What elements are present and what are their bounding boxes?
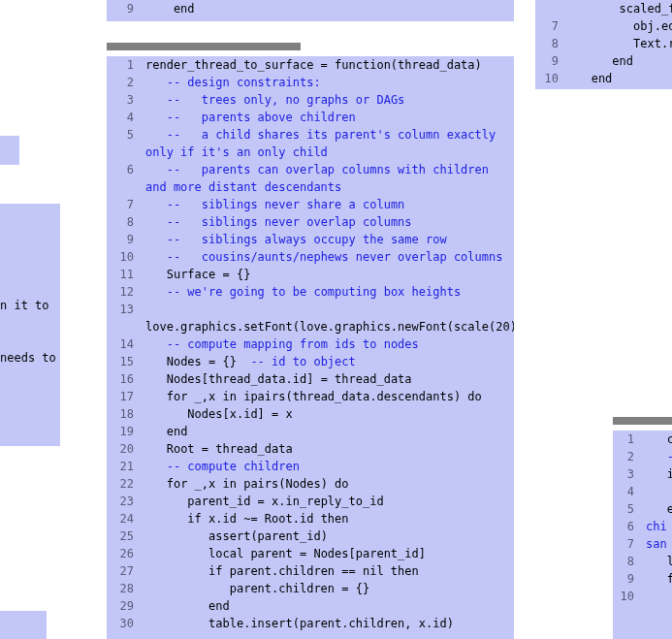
fragment-pane-1: [0, 136, 19, 165]
code-line[interactable]: 24 if x.id ~= Root.id then: [107, 510, 514, 527]
code-line[interactable]: 6 -- parents can overlap columns with ch…: [107, 161, 514, 196]
code-text: -- a child shares its parent's column ex…: [145, 126, 510, 161]
line-number: 23: [111, 493, 145, 510]
code-text: end: [570, 52, 633, 70]
code-line[interactable]: 19 end: [107, 423, 514, 440]
code-line[interactable]: scaled_fontsize: [535, 0, 672, 17]
code-line[interactable]: 9 -- siblings always occupy the same row: [107, 231, 514, 248]
code-line[interactable]: 8 l: [613, 553, 672, 570]
code-line[interactable]: 9 f: [613, 570, 672, 588]
code-text: -- we're going to be computing box heigh…: [145, 283, 510, 301]
code-line[interactable]: 5 -- a child shares its parent's column …: [107, 126, 514, 161]
line-number: 9: [617, 570, 646, 588]
code-line[interactable]: 4: [613, 483, 672, 500]
line-number: 20: [111, 440, 145, 458]
code-line[interactable]: 15 Nodes = {} -- id to object: [107, 353, 514, 370]
code-line[interactable]: 8 -- siblings never overlap columns: [107, 213, 514, 231]
code-text: end: [570, 70, 612, 87]
fragment-text: n it to: [0, 297, 60, 314]
code-text: -: [646, 448, 672, 465]
line-number: 22: [111, 475, 145, 493]
code-line[interactable]: 21 -- compute children: [107, 458, 514, 475]
code-line[interactable]: 20 Root = thread_data: [107, 440, 514, 458]
line-number: 10: [539, 70, 570, 87]
code-text: end: [145, 0, 195, 17]
code-pane-top[interactable]: 9 end: [107, 0, 514, 21]
code-line[interactable]: 10 -- cousins/aunts/nephews never overla…: [107, 248, 514, 266]
code-line[interactable]: 28 parent.children = {}: [107, 580, 514, 597]
code-text: -- design constraints:: [145, 74, 510, 91]
code-line[interactable]: 10: [613, 588, 672, 605]
line-number: 16: [111, 370, 145, 388]
code-pane-right-bottom[interactable]: 1 con2 -3 i4 5 e6chi7san8 l9 f10: [613, 431, 672, 639]
line-number: 8: [539, 35, 570, 52]
code-line[interactable]: 25 assert(parent_id): [107, 527, 514, 545]
line-number: 7: [111, 196, 145, 213]
code-text: table.insert(parent.children, x.id): [145, 615, 510, 632]
code-text: Nodes[thread_data.id] = thread_data: [145, 370, 510, 388]
line-number: 17: [111, 388, 145, 405]
line-number: 5: [111, 126, 145, 144]
line-number: 13: [111, 301, 145, 318]
code-line[interactable]: 12 -- we're going to be computing box he…: [107, 283, 514, 301]
code-text: end: [145, 597, 510, 615]
code-line[interactable]: 16 Nodes[thread_data.id] = thread_data: [107, 370, 514, 388]
code-line[interactable]: 9 end: [107, 0, 514, 17]
code-line[interactable]: 4 -- parents above children: [107, 109, 514, 126]
line-number: 3: [111, 91, 145, 109]
pane-grabber-main[interactable]: [107, 43, 301, 50]
line-number: 1: [111, 56, 145, 74]
line-number: 8: [617, 553, 646, 570]
code-line[interactable]: 7 -- siblings never share a column: [107, 196, 514, 213]
code-line[interactable]: 30 table.insert(parent.children, x.id): [107, 615, 514, 632]
code-line[interactable]: 7san: [613, 535, 672, 553]
code-pane-right-top[interactable]: scaled_fontsize7 obj.editor.8 Text.redra…: [535, 0, 672, 89]
code-line[interactable]: 3 i: [613, 465, 672, 483]
code-line[interactable]: 6chi: [613, 518, 672, 535]
code-line[interactable]: 22 for _,x in pairs(Nodes) do: [107, 475, 514, 493]
code-text: -- parents above children: [145, 109, 510, 126]
code-text: love.graphics.setFont(love.graphics.newF…: [145, 301, 510, 335]
code-line[interactable]: 9 end: [535, 52, 672, 70]
line-number: 8: [111, 213, 145, 231]
code-text: san: [646, 535, 667, 553]
pane-grabber-right[interactable]: [613, 417, 672, 425]
line-number: 4: [111, 109, 145, 126]
line-number: 28: [111, 580, 145, 597]
code-text: parent_id = x.in_reply_to_id: [145, 493, 510, 510]
code-line[interactable]: 14 -- compute mapping from ids to nodes: [107, 335, 514, 353]
code-text: -- parents can overlap columns with chil…: [145, 161, 510, 196]
code-text: if parent.children == nil then: [145, 562, 510, 580]
line-number: 14: [111, 335, 145, 353]
line-number: 11: [111, 266, 145, 283]
line-number: 6: [617, 518, 646, 535]
code-pane-main[interactable]: 1render_thread_to_surface = function(thr…: [107, 56, 514, 639]
code-line[interactable]: 13 love.graphics.setFont(love.graphics.n…: [107, 301, 514, 335]
code-line[interactable]: 7 obj.editor.: [535, 17, 672, 35]
line-number: 24: [111, 510, 145, 527]
code-line[interactable]: 11 Surface = {}: [107, 266, 514, 283]
code-text: obj.editor.: [570, 17, 672, 35]
code-line[interactable]: 26 local parent = Nodes[parent_id]: [107, 545, 514, 562]
code-line[interactable]: 1 con: [613, 431, 672, 448]
code-line[interactable]: 2 -- design constraints:: [107, 74, 514, 91]
code-line[interactable]: 5 e: [613, 500, 672, 518]
code-line[interactable]: 17 for _,x in ipairs(thread_data.descend…: [107, 388, 514, 405]
code-text: -- compute mapping from ids to nodes: [145, 335, 510, 353]
code-line[interactable]: 10 end: [535, 70, 672, 87]
code-line[interactable]: 8 Text.redra: [535, 35, 672, 52]
code-text: Surface = {}: [145, 266, 510, 283]
line-number: 26: [111, 545, 145, 562]
code-line[interactable]: 27 if parent.children == nil then: [107, 562, 514, 580]
code-line[interactable]: 1render_thread_to_surface = function(thr…: [107, 56, 514, 74]
code-text: for _,x in ipairs(thread_data.descendant…: [145, 388, 510, 405]
code-line[interactable]: 29 end: [107, 597, 514, 615]
code-text: if x.id ~= Root.id then: [145, 510, 510, 527]
code-line[interactable]: 18 Nodes[x.id] = x: [107, 405, 514, 423]
line-number: 2: [111, 74, 145, 91]
code-line[interactable]: 23 parent_id = x.in_reply_to_id: [107, 493, 514, 510]
code-line[interactable]: 2 -: [613, 448, 672, 465]
code-text: -- siblings never share a column: [145, 196, 510, 213]
line-number: 19: [111, 423, 145, 440]
code-line[interactable]: 3 -- trees only, no graphs or DAGs: [107, 91, 514, 109]
